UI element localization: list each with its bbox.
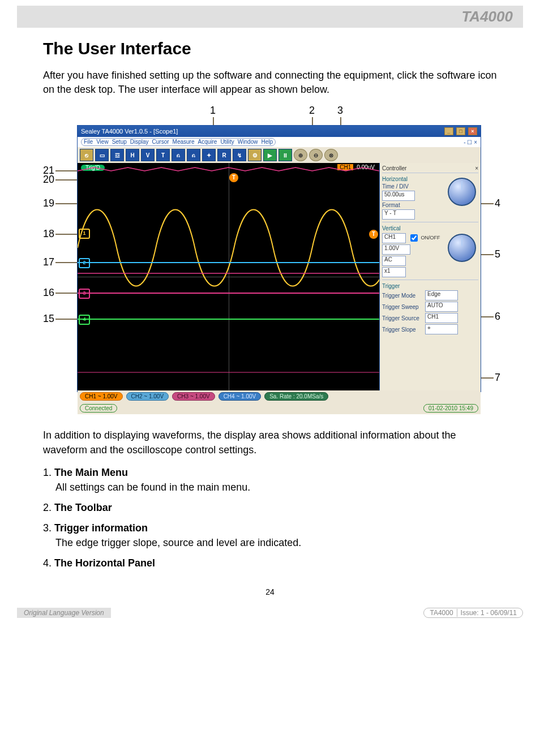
trigger-source-label: Trigger Source bbox=[382, 315, 423, 321]
toolbar-button[interactable]: ▭ bbox=[95, 149, 109, 161]
toolbar-button[interactable]: ↯ bbox=[233, 149, 246, 161]
item-number: 1. bbox=[43, 467, 52, 478]
toolbar-button[interactable]: R bbox=[217, 149, 231, 161]
callout-line bbox=[55, 319, 78, 320]
page-content: The User Interface After you have finish… bbox=[0, 28, 540, 608]
list-item-2: 2. The Toolbar bbox=[43, 500, 497, 515]
callout-20: 20 bbox=[43, 174, 54, 186]
channel-onoff-checkbox[interactable] bbox=[410, 234, 418, 242]
menu-file[interactable]: File bbox=[84, 139, 93, 145]
scope-body: Trig'D CH1 0.00uV T T 1 2 3 4 bbox=[78, 163, 481, 390]
onoff-label: ON/OFF bbox=[421, 235, 440, 240]
post-figure-text: In addition to displaying waveforms, the… bbox=[43, 428, 497, 457]
close-button[interactable]: × bbox=[468, 127, 477, 135]
footer-right: TA4000 Issue: 1 - 06/09/11 bbox=[423, 608, 523, 618]
callout-line bbox=[55, 203, 78, 204]
list-item-3: 3. Trigger information The edge trigger … bbox=[43, 521, 497, 550]
maximize-button[interactable]: □ bbox=[456, 127, 465, 135]
menu-display[interactable]: Display bbox=[130, 139, 149, 145]
toolbar-button[interactable]: ⊕ bbox=[294, 149, 307, 161]
callout-18: 18 bbox=[43, 228, 54, 240]
menu-setup[interactable]: Setup bbox=[112, 139, 127, 145]
item-number: 2. bbox=[43, 502, 52, 513]
toolbar-button[interactable]: ⏸ bbox=[278, 149, 292, 161]
trigger-mode-label: Trigger Mode bbox=[382, 293, 423, 299]
callout-7: 7 bbox=[495, 372, 500, 384]
toolbar-button[interactable]: ✦ bbox=[202, 149, 216, 161]
connection-status: Connected bbox=[80, 404, 117, 413]
toolbar-button[interactable]: H bbox=[126, 149, 139, 161]
vertical-title: Vertical bbox=[382, 225, 478, 231]
callout-4: 4 bbox=[495, 197, 500, 209]
window-titlebar: Sealey TA4000 Ver1.0.5 - [Scope1] _ □ × bbox=[78, 126, 481, 137]
menu-help[interactable]: Help bbox=[261, 139, 273, 145]
intro-text: After you have finished setting up the s… bbox=[43, 68, 497, 97]
status-sample-rate: Sa. Rate : 20.0MSa/s bbox=[264, 392, 328, 401]
menu-measure[interactable]: Measure bbox=[173, 139, 195, 145]
datetime-status: 01-02-2010 15:49 bbox=[423, 404, 478, 413]
menu-bar: File View Setup Display Cursor Measure A… bbox=[78, 137, 279, 147]
toolbar-button[interactable]: ⚙ bbox=[248, 149, 262, 161]
toolbar-button[interactable]: ▶ bbox=[263, 149, 277, 161]
scope-status-bar: CH1 ~ 1.00V CH2 ~ 1.00V CH3 ~ 1.00V CH4 … bbox=[78, 390, 481, 402]
menu-window[interactable]: Window bbox=[238, 139, 258, 145]
window-buttons: _ □ × bbox=[443, 127, 477, 135]
item-title: The Horizontal Panel bbox=[54, 557, 155, 569]
toolbar-button[interactable]: ⎋ bbox=[80, 149, 93, 161]
callout-3: 3 bbox=[337, 105, 343, 117]
callout-line bbox=[55, 293, 78, 294]
menu-view[interactable]: View bbox=[96, 139, 109, 145]
callout-16: 16 bbox=[43, 287, 54, 299]
format-select[interactable]: Y - T bbox=[382, 209, 415, 220]
waveforms bbox=[78, 163, 379, 390]
item-desc: The edge trigger slope, source and level… bbox=[43, 535, 497, 550]
channel-select[interactable]: CH1 bbox=[382, 233, 406, 243]
callout-1: 1 bbox=[210, 105, 216, 117]
toolbar-button[interactable]: ⊖ bbox=[309, 149, 323, 161]
list-item-4: 4. The Horizontal Panel bbox=[43, 556, 497, 570]
volt-div-select[interactable]: 1.00V bbox=[382, 244, 410, 255]
toolbar-button[interactable]: V bbox=[141, 149, 155, 161]
menu-cursor[interactable]: Cursor bbox=[152, 139, 169, 145]
trigger-sweep-select[interactable]: AUTO bbox=[425, 302, 458, 312]
callout-15: 15 bbox=[43, 313, 54, 325]
footer-left: Original Language Version bbox=[17, 608, 111, 618]
menu-acquire[interactable]: Acquire bbox=[198, 139, 217, 145]
header-bar: TA4000 bbox=[17, 6, 523, 28]
window-title: Sealey TA4000 Ver1.0.5 - [Scope1] bbox=[81, 128, 178, 135]
trigger-mode-select[interactable]: Edge bbox=[425, 290, 458, 300]
coupling-select[interactable]: AC bbox=[382, 256, 406, 266]
probe-select[interactable]: x1 bbox=[382, 267, 406, 277]
item-desc: All settings can be found in the main me… bbox=[43, 480, 497, 495]
toolbar-button[interactable]: T bbox=[156, 149, 170, 161]
status-ch2[interactable]: CH2 ~ 1.00V bbox=[126, 392, 169, 401]
status-ch4[interactable]: CH4 ~ 1.00V bbox=[218, 392, 262, 401]
toolbar-button[interactable]: ☲ bbox=[110, 149, 124, 161]
scope-footer-bar: Connected 01-02-2010 15:49 bbox=[78, 402, 481, 414]
minimize-button[interactable]: _ bbox=[444, 127, 453, 135]
child-window-controls[interactable]: - ☐ × bbox=[464, 139, 481, 145]
time-div-select[interactable]: 50.00us bbox=[382, 191, 415, 201]
status-ch1[interactable]: CH1 ~ 1.00V bbox=[80, 392, 123, 401]
callout-5: 5 bbox=[495, 248, 500, 260]
item-title: The Toolbar bbox=[54, 502, 112, 513]
menu-utility[interactable]: Utility bbox=[220, 139, 234, 145]
trigger-sweep-label: Trigger Sweep bbox=[382, 304, 423, 310]
toolbar-button[interactable]: ⊗ bbox=[324, 149, 338, 161]
waveform-area[interactable]: Trig'D CH1 0.00uV T T 1 2 3 4 bbox=[78, 163, 380, 390]
controller-close-icon[interactable]: × bbox=[475, 165, 478, 171]
footer-issue: Issue: 1 - 06/09/11 bbox=[457, 609, 517, 617]
toolbar-button[interactable]: ⎌ bbox=[187, 149, 200, 161]
status-ch3[interactable]: CH3 ~ 1.00V bbox=[172, 392, 215, 401]
callout-line bbox=[55, 170, 78, 171]
trigger-title: Trigger bbox=[382, 283, 478, 289]
callout-17: 17 bbox=[43, 256, 54, 268]
page-number: 24 bbox=[43, 587, 497, 596]
trigger-slope-select[interactable]: + bbox=[425, 324, 458, 334]
callout-line bbox=[55, 234, 78, 235]
callout-2: 2 bbox=[309, 105, 315, 117]
trigger-source-select[interactable]: CH1 bbox=[425, 313, 458, 323]
toolbar-button[interactable]: ⎌ bbox=[172, 149, 185, 161]
controller-panel: Controller × Horizontal Time / DIV 50.00… bbox=[380, 163, 481, 390]
controller-title: Controller bbox=[382, 165, 406, 171]
